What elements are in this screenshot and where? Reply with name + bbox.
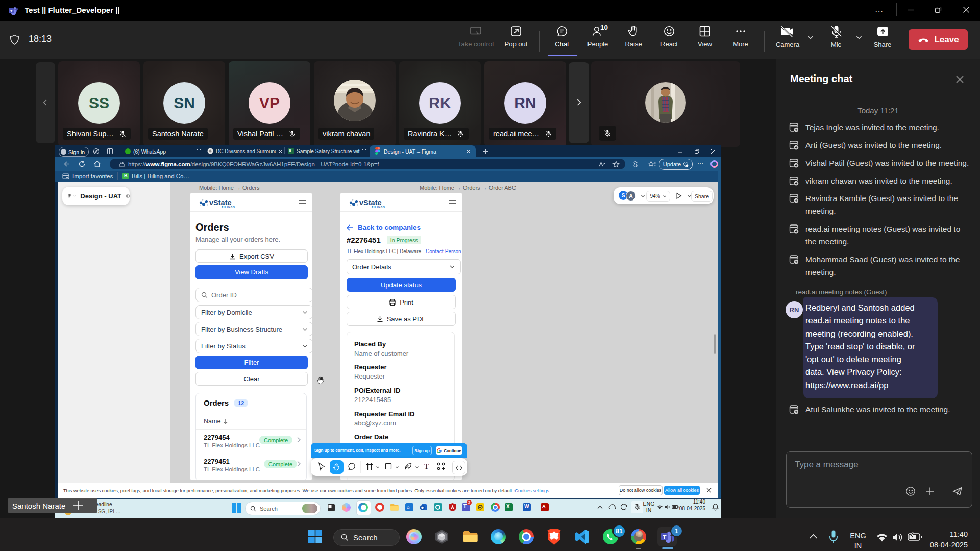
svg-text:FILINGS: FILINGS	[372, 206, 385, 209]
svg-text:FILINGS: FILINGS	[222, 206, 235, 209]
